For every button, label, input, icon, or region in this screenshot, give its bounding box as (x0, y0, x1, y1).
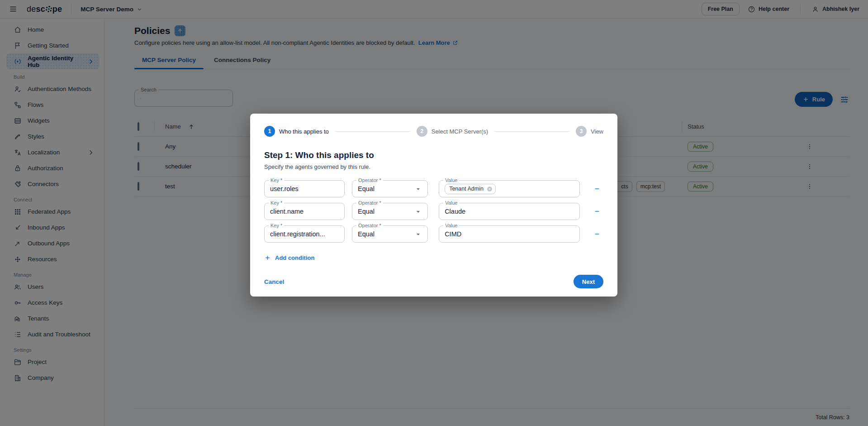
select-caret-icon (414, 208, 422, 215)
operator-select[interactable]: Operator * Equal (352, 225, 428, 243)
step-3: 3 View (576, 126, 603, 137)
minus-icon (593, 185, 601, 193)
plus-icon (264, 254, 271, 261)
cancel-button[interactable]: Cancel (264, 278, 284, 285)
wizard-stepper: 1 Who this applies to 2 Select MCP Serve… (264, 126, 603, 137)
key-value: user.roles (270, 185, 299, 192)
value-field[interactable]: Value Claude (439, 203, 580, 220)
step-3-circle: 3 (576, 126, 587, 137)
remove-condition-button[interactable] (591, 182, 603, 195)
modal-subtitle: Specify the agents governed by this rule… (264, 163, 603, 170)
key-field[interactable]: Key * user.roles (264, 180, 345, 197)
operator-value: Equal (358, 185, 375, 192)
step-2-circle: 2 (417, 126, 427, 137)
operator-value: Equal (358, 230, 375, 238)
remove-condition-button[interactable] (591, 205, 603, 218)
value-field[interactable]: Value Tenant Admin (439, 180, 580, 197)
condition-row: Key * client.registration... Operator * … (264, 225, 603, 243)
next-button[interactable]: Next (574, 275, 603, 288)
key-field[interactable]: Key * client.name (264, 203, 345, 220)
step-2: 2 Select MCP Server(s) (417, 126, 488, 137)
value-text: Claude (445, 208, 465, 215)
step-1-circle: 1 (264, 126, 275, 137)
modal-title: Step 1: Who this applies to (264, 150, 603, 160)
add-condition-button[interactable]: Add condition (264, 254, 314, 261)
operator-select[interactable]: Operator * Equal (352, 203, 428, 220)
minus-icon (593, 207, 601, 215)
select-caret-icon (414, 185, 422, 193)
stepper-connector (335, 131, 410, 132)
key-value: client.registration... (270, 230, 325, 238)
value-field[interactable]: Value CIMD (439, 225, 580, 243)
minus-icon (593, 230, 601, 238)
value-chip: Tenant Admin (445, 184, 496, 194)
conditions-list: Key * user.roles Operator * Equal Value … (264, 180, 603, 243)
condition-row: Key * user.roles Operator * Equal Value … (264, 180, 603, 197)
value-text: CIMD (445, 230, 461, 238)
stepper-connector (494, 131, 569, 132)
select-caret-icon (414, 230, 422, 238)
key-field[interactable]: Key * client.registration... (264, 225, 345, 243)
operator-value: Equal (358, 208, 375, 215)
rule-wizard-modal: 1 Who this applies to 2 Select MCP Serve… (250, 114, 617, 297)
key-value: client.name (270, 208, 304, 215)
chip-remove-icon[interactable] (486, 186, 493, 192)
remove-condition-button[interactable] (591, 228, 603, 240)
condition-row: Key * client.name Operator * Equal Value… (264, 203, 603, 220)
operator-select[interactable]: Operator * Equal (352, 180, 428, 197)
step-1: 1 Who this applies to (264, 126, 329, 137)
